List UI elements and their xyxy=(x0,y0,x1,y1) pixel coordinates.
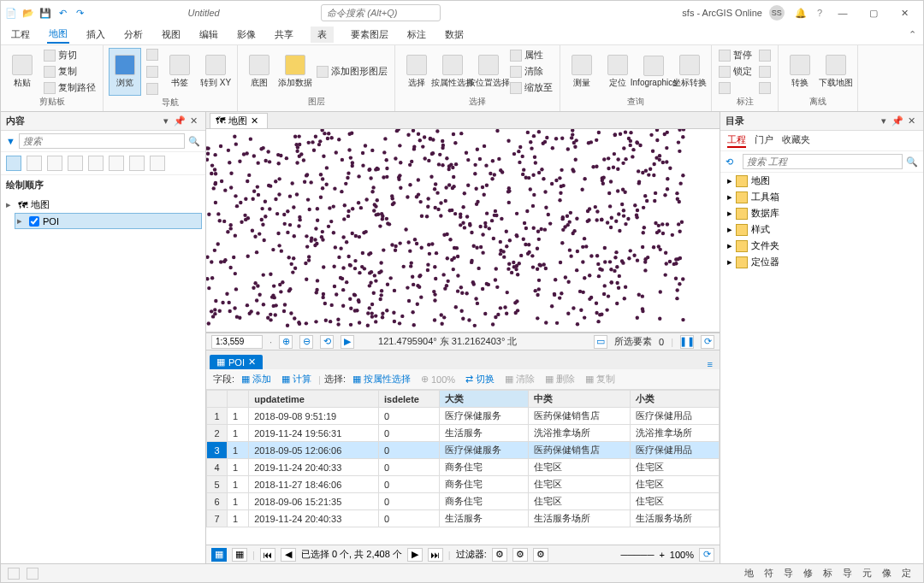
table-tab-poi[interactable]: ▦POI✕ xyxy=(210,355,263,369)
coordconv-button[interactable]: 坐标转换 xyxy=(673,48,706,96)
tbl-clear-button[interactable]: ▦ 清除 xyxy=(501,372,538,386)
catalog-search-input[interactable] xyxy=(743,154,903,169)
basemap-button[interactable]: 底图 xyxy=(243,48,275,96)
catalog-item[interactable]: ▸样式 xyxy=(720,221,923,238)
cat-tab-portal[interactable]: 门户 xyxy=(755,133,773,148)
table-row[interactable]: 212019-11-24 19:56:310生活服务洗浴推拿场所洗浴推拿场所 xyxy=(207,425,720,442)
undo-icon[interactable]: ↶ xyxy=(56,6,69,20)
list-ext1-icon[interactable] xyxy=(129,156,145,171)
lock-button[interactable]: 锁定 xyxy=(717,64,754,80)
table-row[interactable]: 512018-11-27 18:46:060商务住宅住宅区住宅区 xyxy=(207,476,720,493)
convert-button[interactable]: 转换 xyxy=(784,48,816,96)
pause-button[interactable]: 暂停 xyxy=(717,48,754,63)
new-project-icon[interactable]: 📄 xyxy=(4,6,18,20)
filter3-icon[interactable]: ⚙ xyxy=(533,548,548,562)
adddata-button[interactable]: 添加数据 xyxy=(279,48,311,96)
addgraphic-button[interactable]: 添加图形图层 xyxy=(315,64,389,80)
locate-button[interactable]: 定位 xyxy=(601,48,634,96)
table-tab-close-icon[interactable]: ✕ xyxy=(248,356,256,368)
list-ext2-icon[interactable] xyxy=(150,156,165,171)
map-tab-close-icon[interactable]: ✕ xyxy=(251,115,258,127)
col-header[interactable] xyxy=(207,391,228,408)
list-editing-icon[interactable] xyxy=(68,156,83,171)
tbl-selbyattr-button[interactable]: ▦ 按属性选择 xyxy=(349,372,414,386)
label-x[interactable] xyxy=(717,80,754,96)
clearsel-button[interactable]: 清除 xyxy=(508,64,554,80)
cat-search-icon[interactable]: 🔍 xyxy=(906,156,918,168)
col-header[interactable]: isdelete xyxy=(378,391,439,408)
filter-icon[interactable]: ▼ xyxy=(6,136,15,146)
download-button[interactable]: 下载地图 xyxy=(820,48,852,96)
list-snapping-icon[interactable] xyxy=(88,156,104,171)
cat-tab-project[interactable]: 工程 xyxy=(727,133,746,148)
tbl-delete-button[interactable]: ▦ 删除 xyxy=(542,372,578,386)
tab-analysis[interactable]: 分析 xyxy=(122,26,145,43)
tbl-zoom-button[interactable]: ⊕ 100% xyxy=(418,373,459,386)
ctx-data[interactable]: 数据 xyxy=(443,26,465,43)
infog-button[interactable]: Infographics xyxy=(637,48,670,96)
catalog-item[interactable]: ▸文件夹 xyxy=(720,238,923,254)
catalog-item[interactable]: ▸地图 xyxy=(720,173,923,189)
bell-icon[interactable]: 🔔 xyxy=(795,8,807,19)
sb-1[interactable]: ⊕ xyxy=(279,335,293,349)
col-header[interactable] xyxy=(228,391,249,408)
sb-3[interactable]: ⟲ xyxy=(320,335,334,349)
minimize-button[interactable]: — xyxy=(827,3,858,23)
calc-field-button[interactable]: ▦ 计算 xyxy=(278,372,315,386)
tbl-copy-button[interactable]: ▦ 复制 xyxy=(582,372,619,386)
label-c[interactable] xyxy=(757,80,773,96)
refresh-icon[interactable]: ⟳ xyxy=(701,335,714,349)
filter2-icon[interactable]: ⚙ xyxy=(512,548,528,562)
tbl-switch-button[interactable]: ⇄ 切换 xyxy=(462,372,498,386)
ctx-featurelayer[interactable]: 要素图层 xyxy=(349,26,390,43)
bookmark-button[interactable]: 书签 xyxy=(163,48,196,96)
tab-view[interactable]: 视图 xyxy=(160,26,182,43)
footer-icon1[interactable] xyxy=(8,568,20,580)
table-row[interactable]: 312018-09-05 12:06:060医疗保健服务医药保健销售店医疗保健用… xyxy=(207,442,720,459)
browse-button[interactable]: 浏览 xyxy=(109,48,141,96)
ctx-label[interactable]: 标注 xyxy=(406,26,428,43)
tab-imagery[interactable]: 影像 xyxy=(235,26,258,43)
help-icon[interactable]: ? xyxy=(817,8,822,18)
open-icon[interactable]: 📂 xyxy=(21,6,35,20)
col-header[interactable]: 小类 xyxy=(630,391,719,408)
list-drawing-order-icon[interactable] xyxy=(6,156,21,171)
table-menu-icon[interactable]: ≡ xyxy=(708,359,713,369)
goto-xy-button[interactable]: 转到 XY xyxy=(199,48,232,96)
tab-edit[interactable]: 编辑 xyxy=(198,26,220,43)
label-a[interactable] xyxy=(757,48,773,63)
table-row[interactable]: 712019-11-24 20:40:330生活服务生活服务场所生活服务场所 xyxy=(207,510,720,527)
paste-button[interactable]: 粘贴 xyxy=(6,48,38,96)
col-header[interactable]: updatetime xyxy=(249,391,379,408)
nav-tool3[interactable] xyxy=(145,81,160,97)
scale-input[interactable] xyxy=(211,335,263,349)
tab-project[interactable]: 工程 xyxy=(9,26,32,43)
col-header[interactable]: 中类 xyxy=(529,391,631,408)
sb-4[interactable]: ▶ xyxy=(341,335,354,349)
cat-pin-icon[interactable]: 📌 xyxy=(891,115,904,127)
table-row[interactable]: 412019-11-24 20:40:330商务住宅住宅区住宅区 xyxy=(207,459,720,476)
maximize-button[interactable]: ▢ xyxy=(858,3,889,23)
tree-layer-poi[interactable]: ▸POI xyxy=(15,213,202,229)
zoomto-button[interactable]: 缩放至 xyxy=(508,80,554,96)
attribute-table[interactable]: updatetimeisdelete大类中类小类112018-09-08 9:5… xyxy=(206,390,720,527)
select-button[interactable]: 选择 xyxy=(400,48,433,96)
table-row[interactable]: 112018-09-08 9:51:190医疗保健服务医药保健销售店医疗保健用品 xyxy=(207,408,720,425)
tbl-last[interactable]: ⏭ xyxy=(428,548,443,562)
tbl-next[interactable]: ▶ xyxy=(407,548,423,562)
attrs-button[interactable]: 属性 xyxy=(508,48,554,63)
label-b[interactable] xyxy=(757,64,773,80)
redo-icon[interactable]: ↷ xyxy=(73,6,86,20)
nav-tool1[interactable] xyxy=(145,47,160,62)
sb-2[interactable]: ⊖ xyxy=(299,335,313,349)
selbyattr-button[interactable]: 按属性选择 xyxy=(436,48,469,96)
tbl-refresh-icon[interactable]: ⟳ xyxy=(699,548,714,562)
add-field-button[interactable]: ▦ 添加 xyxy=(238,372,275,386)
copy-button[interactable]: 复制 xyxy=(42,64,98,80)
command-search-input[interactable] xyxy=(321,4,441,21)
user-avatar[interactable]: SS xyxy=(769,5,785,21)
tbl-first[interactable]: ⏮ xyxy=(260,548,275,562)
layer-visibility-checkbox[interactable] xyxy=(29,216,39,227)
catalog-item[interactable]: ▸工具箱 xyxy=(720,189,923,205)
search-icon[interactable]: 🔍 xyxy=(188,136,200,147)
